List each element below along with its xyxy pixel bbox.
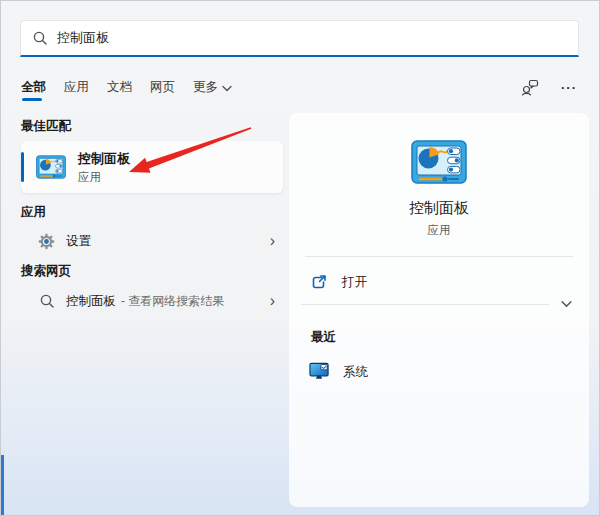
system-monitor-icon [309,362,330,382]
divider [301,304,549,305]
web-search-hint: - 查看网络搜索结果 [121,293,224,310]
best-match-item-control-panel[interactable]: 控制面板 应用 [21,141,283,193]
search-input[interactable] [57,31,537,46]
divider [305,256,573,257]
app-item-settings[interactable]: 设置 › [21,225,283,257]
tab-more-label: 更多 [193,80,218,94]
selection-accent-bar [21,152,24,182]
tab-apps[interactable]: 应用 [64,79,89,96]
control-panel-icon [36,155,66,179]
best-match-subtitle: 应用 [78,170,130,185]
chevron-down-icon [222,85,232,92]
preview-app-subtitle: 应用 [289,223,589,238]
preview-panel: 控制面板 应用 打开 最近 系统 [289,113,589,507]
search-box[interactable] [20,20,579,57]
open-action[interactable]: 打开 [301,265,577,299]
tab-all-label: 全部 [21,80,46,94]
tab-apps-label: 应用 [64,80,89,94]
best-match-heading: 最佳匹配 [21,118,71,135]
tab-all[interactable]: 全部 [21,79,46,96]
more-options-icon[interactable]: ··· [561,83,577,93]
apps-heading: 应用 [21,204,46,221]
app-item-label: 设置 [66,233,91,250]
recent-item-system[interactable]: 系统 [301,355,577,389]
control-panel-icon-large [411,139,467,185]
search-filter-tabs: 全部 应用 文档 网页 更多 [21,79,232,96]
web-search-item[interactable]: 控制面板 - 查看网络搜索结果 › [21,285,283,317]
expand-actions-chevron[interactable] [557,296,575,312]
tab-web-label: 网页 [150,80,175,94]
tab-web[interactable]: 网页 [150,79,175,96]
tab-more[interactable]: 更多 [193,79,232,96]
tab-documents-label: 文档 [107,80,132,94]
web-search-query: 控制面板 [66,293,116,310]
open-external-icon [311,274,327,290]
preview-app-title: 控制面板 [289,199,589,218]
recent-heading: 最近 [311,329,336,346]
search-icon [38,293,55,310]
settings-gear-icon [38,233,55,250]
best-match-title: 控制面板 [78,150,130,168]
user-feedback-icon[interactable] [521,79,539,96]
tab-documents[interactable]: 文档 [107,79,132,96]
search-flyout-window: 全部 应用 文档 网页 更多 ··· 最佳匹配 控制面板 应用 应用 设置 › … [0,0,600,516]
bottom-left-blue-strip [1,455,4,515]
chevron-right-icon: › [270,294,275,308]
open-action-label: 打开 [342,274,367,291]
chevron-right-icon: › [270,234,275,248]
chevron-down-icon [561,300,572,308]
recent-item-label: 系统 [343,364,368,381]
web-search-heading: 搜索网页 [21,263,71,280]
search-icon [33,31,47,45]
